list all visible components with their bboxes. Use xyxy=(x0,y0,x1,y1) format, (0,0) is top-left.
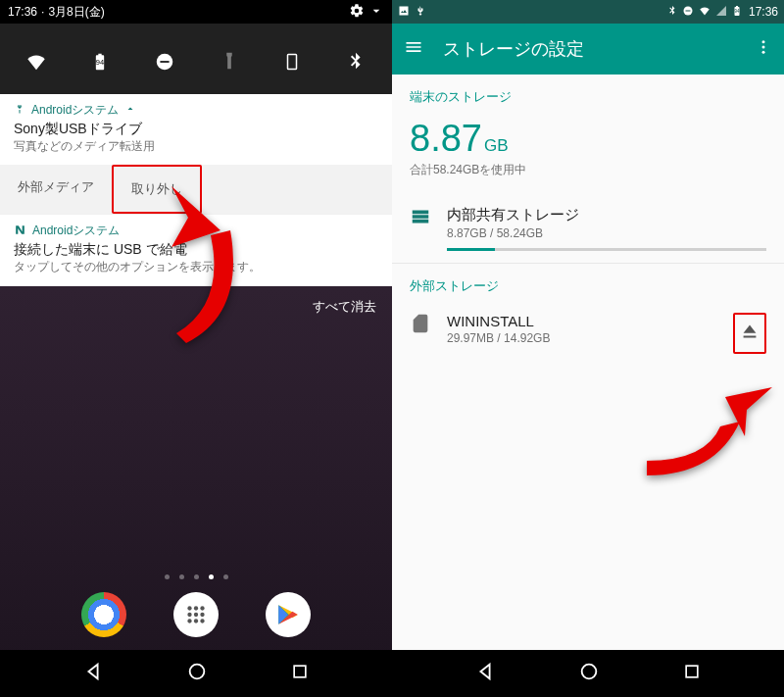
sd-card-icon xyxy=(410,313,431,338)
eject-button[interactable] xyxy=(733,313,766,354)
notif-subtitle: タップしてその他のオプションを表示します。 xyxy=(0,259,392,285)
internal-storage-detail: 8.87GB / 58.24GB xyxy=(447,226,766,240)
internal-progress-bar xyxy=(447,248,766,251)
notif-action-external-media[interactable]: 外部メディア xyxy=(0,165,112,214)
section-external-storage: 外部ストレージ xyxy=(392,264,784,301)
internal-storage-name: 内部共有ストレージ xyxy=(447,206,766,224)
internal-storage-item[interactable]: 内部共有ストレージ 8.87GB / 58.24GB xyxy=(392,194,784,263)
svg-rect-2 xyxy=(160,61,169,63)
status-time: 17:36 xyxy=(749,5,778,19)
status-bar-left: 17:36 · 3月8日(金) xyxy=(0,0,392,24)
nav-home-icon[interactable] xyxy=(186,661,208,686)
nav-back-icon[interactable] xyxy=(474,661,496,686)
battery-icon: 94 xyxy=(731,4,743,21)
flashlight-icon[interactable] xyxy=(219,51,240,76)
no-sim-icon xyxy=(715,5,727,20)
svg-text:94: 94 xyxy=(734,9,740,14)
used-value: 8.87 xyxy=(410,118,482,159)
status-bar-right: 94 17:36 xyxy=(392,0,784,24)
portrait-icon[interactable] xyxy=(283,51,301,76)
used-storage-headline: 8.87GB xyxy=(392,112,784,162)
screenshot-icon xyxy=(398,5,410,20)
status-date: 3月8日(金) xyxy=(48,4,104,21)
notif-subtitle: 写真などのメディア転送用 xyxy=(0,138,392,165)
svg-point-4 xyxy=(187,606,191,610)
hamburger-menu-icon[interactable] xyxy=(404,37,423,62)
svg-point-11 xyxy=(194,619,198,622)
nav-recents-icon[interactable] xyxy=(682,662,702,685)
svg-rect-23 xyxy=(686,666,698,677)
play-store-icon[interactable] xyxy=(266,592,311,637)
status-time: 17:36 xyxy=(8,5,37,19)
bluetooth-icon xyxy=(666,5,678,20)
external-storage-name: WININSTALL xyxy=(447,313,717,329)
notif-app-label: Androidシステム xyxy=(31,102,119,119)
section-device-storage: 端末のストレージ xyxy=(392,75,784,112)
svg-rect-17 xyxy=(685,10,690,11)
quick-settings-panel: 94 xyxy=(0,24,392,94)
total-line: 合計58.24GBを使用中 xyxy=(392,162,784,194)
appbar-title: ストレージの設定 xyxy=(443,37,584,61)
nav-recents-icon[interactable] xyxy=(290,662,310,685)
svg-point-5 xyxy=(194,606,198,610)
svg-point-7 xyxy=(187,613,191,617)
android-n-icon xyxy=(14,224,26,239)
notif-usb-power[interactable]: Androidシステム 接続した端末に USB で給電 タップしてその他のオプシ… xyxy=(0,215,392,286)
svg-point-6 xyxy=(200,606,204,610)
notif-title: 接続した端末に USB で給電 xyxy=(0,241,392,259)
nav-bar xyxy=(0,650,392,697)
app-dock xyxy=(0,579,392,650)
usb-icon xyxy=(414,5,425,20)
bluetooth-icon[interactable] xyxy=(345,51,367,76)
usb-icon xyxy=(14,103,25,118)
external-storage-item[interactable]: WININSTALL 29.97MB / 14.92GB xyxy=(392,301,784,366)
notif-title: Sony製USBドライブ xyxy=(0,121,392,138)
app-drawer-icon[interactable] xyxy=(173,592,219,637)
svg-text:94: 94 xyxy=(96,58,104,67)
storage-settings-content: 端末のストレージ 8.87GB 合計58.24GBを使用中 内部共有ストレージ … xyxy=(392,75,784,366)
nav-home-icon[interactable] xyxy=(578,661,600,686)
storage-icon xyxy=(410,206,431,231)
chevron-up-icon xyxy=(124,103,136,118)
wifi-icon xyxy=(698,5,711,20)
eject-icon xyxy=(739,321,760,342)
dnd-icon[interactable] xyxy=(154,51,175,76)
wifi-icon[interactable] xyxy=(25,51,47,76)
svg-point-12 xyxy=(200,619,204,622)
svg-point-9 xyxy=(200,613,204,617)
notif-app-label: Androidシステム xyxy=(32,223,120,239)
chrome-app-icon[interactable] xyxy=(81,592,126,637)
svg-point-21 xyxy=(762,50,765,53)
clear-all-button[interactable]: すべて消去 xyxy=(0,286,392,327)
svg-point-10 xyxy=(187,619,191,622)
battery-icon[interactable]: 94 xyxy=(90,52,110,75)
external-storage-detail: 29.97MB / 14.92GB xyxy=(447,331,717,345)
overflow-menu-icon[interactable] xyxy=(755,38,772,61)
settings-gear-icon[interactable] xyxy=(349,3,365,22)
annotation-arrow-icon xyxy=(647,382,774,480)
nav-bar xyxy=(392,650,784,697)
svg-point-13 xyxy=(190,665,205,679)
notif-action-eject[interactable]: 取り外し xyxy=(112,165,202,214)
svg-rect-14 xyxy=(294,666,306,677)
svg-point-22 xyxy=(582,665,597,679)
svg-point-8 xyxy=(194,613,198,617)
svg-rect-3 xyxy=(288,55,297,70)
notif-usb-drive[interactable]: Androidシステム Sony製USBドライブ 写真などのメディア転送用 外部… xyxy=(0,94,392,215)
svg-rect-15 xyxy=(400,6,409,15)
notification-shade: Androidシステム Sony製USBドライブ 写真などのメディア転送用 外部… xyxy=(0,94,392,286)
svg-point-19 xyxy=(762,40,765,43)
svg-point-20 xyxy=(762,45,765,48)
app-bar: ストレージの設定 xyxy=(392,24,784,75)
expand-arrow-icon[interactable] xyxy=(368,3,384,22)
nav-back-icon[interactable] xyxy=(82,661,104,686)
used-unit: GB xyxy=(484,136,509,155)
dnd-icon xyxy=(682,5,694,20)
